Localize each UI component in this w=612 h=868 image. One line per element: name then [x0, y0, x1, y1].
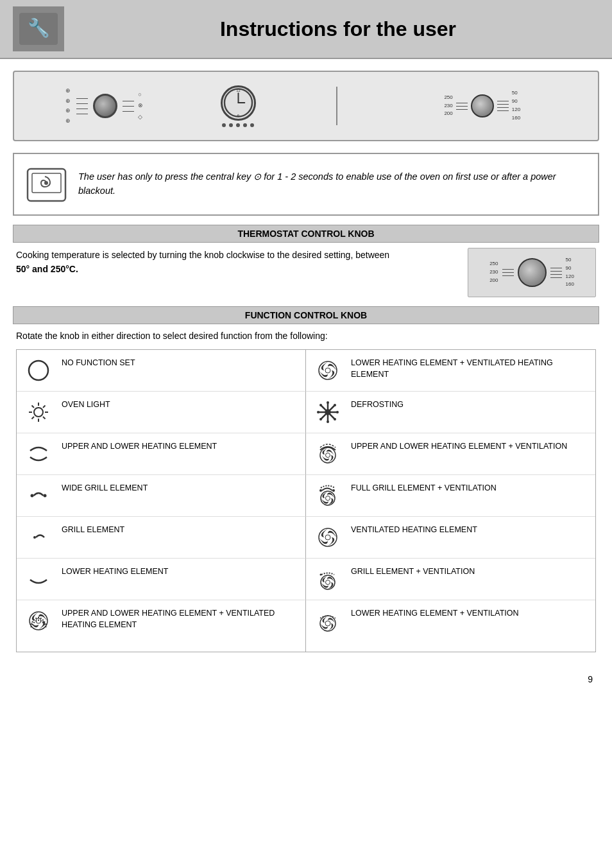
- svg-point-26: [325, 368, 330, 373]
- no-function-icon: [23, 355, 54, 386]
- function-item-upper-lower: UPPER AND LOWER HEATING ELEMENT: [17, 433, 306, 475]
- svg-point-41: [326, 453, 330, 458]
- function-knob-section: FUNCTION CONTROL KNOB Rotate the knob in…: [13, 306, 599, 652]
- first-use-notice: The user has only to press the central k…: [13, 153, 599, 216]
- svg-point-44: [319, 489, 322, 492]
- grill-ventilation-icon: [312, 564, 343, 595]
- upper-lower-ventilation-label: UPPER AND LOWER HEATING ELEMENT + VENTIL…: [351, 438, 567, 453]
- svg-line-19: [32, 417, 35, 419]
- thermo-left-labels: 250230200: [489, 260, 498, 284]
- wide-grill-label: WIDE GRILL ELEMENT: [62, 480, 148, 494]
- wide-grill-icon: [23, 480, 54, 511]
- function-right-column: LOWER HEATING ELEMENT + VENTILATED HEATI…: [306, 350, 595, 652]
- timer-indicator-dots: [222, 123, 254, 127]
- function-item-upper-lower-ventilated: UPPER AND LOWER HEATING ELEMENT + VENTIL…: [17, 600, 306, 652]
- svg-text:🔧: 🔧: [28, 17, 50, 39]
- defrost-icon: [312, 397, 343, 428]
- svg-point-35: [319, 404, 322, 406]
- function-item-wide-grill: WIDE GRILL ELEMENT: [17, 475, 306, 517]
- svg-point-37: [334, 404, 336, 406]
- left-function-knob: [93, 94, 117, 118]
- lower-heat-label: LOWER HEATING ELEMENT: [62, 564, 168, 578]
- svg-point-47: [325, 535, 330, 540]
- svg-point-20: [31, 494, 34, 498]
- svg-point-22: [33, 536, 36, 539]
- grill-ventilation-label: GRILL ELEMENT + VENTILATION: [351, 564, 475, 578]
- svg-point-45: [332, 489, 335, 492]
- svg-point-50: [320, 574, 322, 576]
- svg-point-32: [327, 421, 329, 423]
- svg-line-17: [43, 417, 46, 419]
- lower-heat-ventilation-label: LOWER HEATING ELEMENT + VENTILATION: [351, 605, 519, 620]
- lower-ventilated-label: LOWER HEATING ELEMENT + VENTILATED HEATI…: [351, 355, 589, 380]
- page-title: Instructions for the user: [77, 17, 599, 41]
- svg-point-31: [327, 401, 329, 404]
- svg-point-33: [317, 411, 319, 413]
- oven-light-icon: [23, 397, 54, 428]
- upper-lower-icon: [23, 438, 54, 469]
- thermostat-content: Cooking temperature is selected by turni…: [16, 248, 596, 297]
- full-grill-ventilation-icon: [312, 480, 343, 511]
- upper-lower-ventilated-label: UPPER AND LOWER HEATING ELEMENT + VENTIL…: [62, 605, 299, 630]
- defrost-label: DEFROSTING: [351, 397, 404, 411]
- function-intro-text: Rotate the knob in either direction to s…: [16, 329, 596, 343]
- function-item-lower-heat: LOWER HEATING ELEMENT: [17, 559, 306, 600]
- function-item-defrost: DEFROSTING: [306, 392, 595, 433]
- svg-point-36: [334, 418, 336, 421]
- function-item-lower-ventilated: LOWER HEATING ELEMENT + VENTILATED HEATI…: [306, 350, 595, 392]
- svg-line-18: [43, 406, 46, 408]
- svg-point-49: [326, 580, 330, 585]
- svg-point-38: [319, 418, 322, 421]
- grill-icon: [23, 522, 54, 553]
- svg-point-21: [44, 494, 47, 498]
- oven-diagram-panel: ⊕⊕⊕⊕ ○⊗◇ 12 6: [13, 71, 599, 141]
- function-item-ventilated-heating: VENTILATED HEATING ELEMENT: [306, 517, 595, 559]
- thermo-right-labels: 5090120160: [566, 256, 574, 289]
- function-grid: NO FUNCTION SET: [16, 349, 596, 652]
- upper-lower-ventilated-icon: [23, 605, 54, 636]
- upper-lower-label: UPPER AND LOWER HEATING ELEMENT: [62, 438, 217, 453]
- function-item-oven-light: OVEN LIGHT: [17, 392, 306, 433]
- no-function-label: NO FUNCTION SET: [62, 355, 135, 369]
- svg-point-52: [325, 621, 330, 626]
- oven-separator: [336, 87, 337, 125]
- svg-text:12: 12: [236, 89, 241, 92]
- svg-point-43: [326, 496, 330, 501]
- thermostat-section-title: THERMOSTAT CONTROL KNOB: [13, 225, 599, 243]
- first-use-icon: [24, 162, 69, 207]
- function-item-full-grill-ventilation: FULL GRILL ELEMENT + VENTILATION: [306, 475, 595, 517]
- right-thermostat-diagram: 250230200 5090120160: [444, 89, 520, 122]
- ventilated-heating-label: VENTILATED HEATING ELEMENT: [351, 522, 477, 536]
- svg-point-10: [29, 361, 48, 380]
- header-logo: 🔧: [13, 6, 64, 51]
- thermostat-knob-diagram: 250230200 5090120160: [489, 256, 574, 289]
- function-item-grill-ventilation: GRILL ELEMENT + VENTILATION: [306, 559, 595, 600]
- full-grill-ventilation-label: FULL GRILL ELEMENT + VENTILATION: [351, 480, 497, 494]
- thermo-labels-right: 5090120160: [512, 89, 520, 122]
- svg-point-9: [44, 181, 48, 185]
- lower-ventilated-icon: [312, 355, 343, 386]
- function-item-upper-lower-ventilation: UPPER AND LOWER HEATING ELEMENT + VENTIL…: [306, 433, 595, 475]
- oven-light-label: OVEN LIGHT: [62, 397, 110, 411]
- clock-display: 12 6: [221, 85, 256, 121]
- function-left-column: NO FUNCTION SET: [17, 350, 306, 652]
- svg-point-34: [336, 411, 339, 413]
- right-thermostat-knob: [471, 94, 494, 117]
- thermostat-diagram: 250230200 5090120160: [468, 248, 596, 297]
- function-item-lower-heat-ventilation: LOWER HEATING ELEMENT + VENTILATION: [306, 600, 595, 652]
- grill-label: GRILL ELEMENT: [62, 522, 124, 536]
- function-section-title: FUNCTION CONTROL KNOB: [13, 306, 599, 324]
- lower-heat-ventilation-icon: [312, 605, 343, 636]
- right-thermostat-section: 250230200 5090120160: [418, 86, 547, 125]
- page-number: 9: [0, 661, 612, 697]
- thermostat-section: THERMOSTAT CONTROL KNOB Cooking temperat…: [13, 225, 599, 297]
- center-timer-section: 12 6: [221, 85, 256, 127]
- page-header: 🔧 Instructions for the user: [0, 0, 612, 59]
- thermo-labels-left: 250230200: [444, 94, 452, 118]
- function-item-no-function: NO FUNCTION SET: [17, 350, 306, 392]
- thermostat-knob: [518, 258, 547, 287]
- function-item-grill: GRILL ELEMENT: [17, 517, 306, 559]
- upper-lower-ventilation-icon: [312, 438, 343, 469]
- left-knob-section: ⊕⊕⊕⊕ ○⊗◇: [65, 87, 143, 125]
- ventilated-heating-icon: [312, 522, 343, 553]
